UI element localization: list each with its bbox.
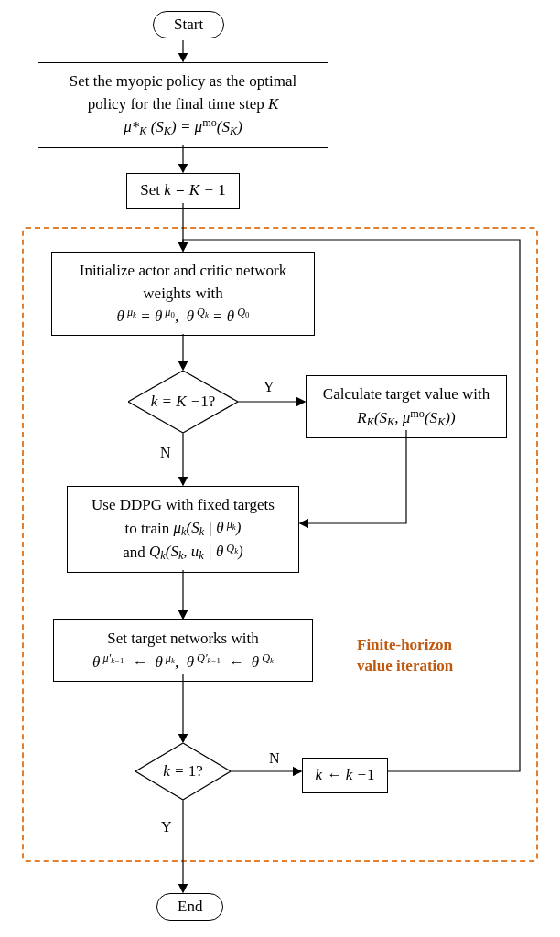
region-annotation: Finite-horizon value iteration (357, 635, 453, 677)
terminal-start: Start (153, 11, 224, 38)
equation: θ μk = θ μ0, θ Qk = θ Q0 (63, 305, 303, 328)
process-set-targets: Set target networks with θ μ'k−1 ← θ μk,… (53, 619, 313, 682)
edge-label-N: N (269, 750, 280, 767)
text-line: and Qk(Sk, uk | θ Qk) (79, 541, 287, 565)
process-ddpg: Use DDPG with fixed targets to train μk(… (67, 486, 299, 573)
edge-label-Y: Y (161, 819, 172, 835)
text-line: to train μk(Sk | θ μk) (79, 517, 287, 541)
text-line: Use DDPG with fixed targets (79, 494, 287, 517)
edge-label-N: N (160, 445, 171, 461)
decision-label: k = 1? (135, 743, 231, 800)
text-line: Initialize actor and critic network (63, 260, 303, 283)
terminal-end-label: End (178, 898, 202, 915)
process-decrement-k: k ← k −1 (302, 758, 388, 793)
text-line: Calculate target value with (318, 383, 495, 406)
text-line: weights with (63, 283, 303, 306)
decision-k-eq-1: k = 1? (135, 743, 231, 800)
equation: μ*K (SK) = μmo(SK) (49, 115, 317, 139)
equation: k ← k −1 (316, 766, 375, 783)
equation: θ μ'k−1 ← θ μk, θ Q'k−1 ← θ Qk (65, 651, 301, 673)
text-line: Set (140, 181, 164, 199)
process-set-k: Set k = K − 1 (126, 173, 240, 209)
text-line: Set target networks with (65, 628, 301, 651)
text-line: policy for the final time step K (49, 93, 317, 116)
equation: RK(SK, μmo(SK)) (318, 406, 495, 430)
terminal-end: End (156, 893, 223, 921)
terminal-start-label: Start (174, 16, 203, 33)
text-line: Set the myopic policy as the optimal (49, 70, 317, 93)
process-init-policy: Set the myopic policy as the optimal pol… (38, 62, 328, 148)
process-calc-target: Calculate target value with RK(SK, μmo(S… (306, 375, 507, 438)
decision-label: k = K −1? (128, 371, 238, 433)
edge-label-Y: Y (264, 379, 275, 395)
process-init-weights: Initialize actor and critic network weig… (51, 252, 315, 336)
decision-k-eq-K-1: k = K −1? (128, 371, 238, 433)
